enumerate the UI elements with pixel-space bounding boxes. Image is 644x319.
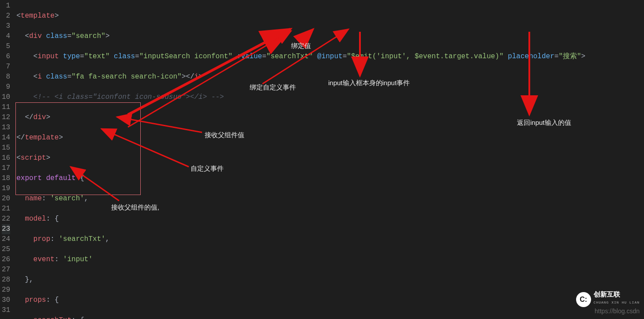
line-number: 30: [2, 295, 10, 305]
line-number: 15: [2, 143, 10, 153]
line-number: 20: [2, 194, 10, 204]
logo-mark-icon: C:: [576, 292, 591, 307]
line-number: 9: [2, 82, 10, 92]
line-number: 7: [2, 62, 10, 72]
line-number: 25: [2, 244, 10, 255]
brand-logo: C: 创新互联 CHUANG XIN HU LIAN: [576, 291, 640, 308]
line-number: 5: [2, 41, 10, 52]
line-number: 21: [2, 204, 10, 214]
line-number: 12: [2, 113, 10, 123]
line-number: 23: [2, 224, 10, 234]
line-number: 11: [2, 102, 10, 113]
line-number: 19: [2, 184, 10, 194]
line-number: 29: [2, 285, 10, 295]
line-number-gutter: 1 2 3 4 5 6 7 8 9 10 11 12 13 14 15 16 1…: [0, 0, 14, 319]
line-number: 31: [2, 305, 10, 315]
code-editor: 1 2 3 4 5 6 7 8 9 10 11 12 13 14 15 16 1…: [0, 0, 644, 319]
line-number: 28: [2, 275, 10, 285]
line-number: 27: [2, 265, 10, 275]
line-number: 26: [2, 255, 10, 265]
line-number: 3: [2, 21, 10, 31]
line-number: 18: [2, 173, 10, 184]
watermark-text: https://blog.csdn: [595, 306, 640, 316]
line-number: 14: [2, 133, 10, 143]
line-number: 6: [2, 52, 10, 62]
line-number: 17: [2, 163, 10, 173]
line-number: 8: [2, 72, 10, 82]
line-number: 1: [2, 1, 10, 11]
line-number: 4: [2, 31, 10, 41]
logo-name: 创新互联: [594, 291, 640, 297]
line-number: 2: [2, 11, 10, 21]
line-number: 13: [2, 123, 10, 133]
line-number: 22: [2, 214, 10, 224]
line-number: 16: [2, 153, 10, 163]
line-number: 10: [2, 92, 10, 102]
line-number: 24: [2, 234, 10, 244]
code-area[interactable]: <template> <div class="search"> <input t…: [14, 0, 644, 319]
